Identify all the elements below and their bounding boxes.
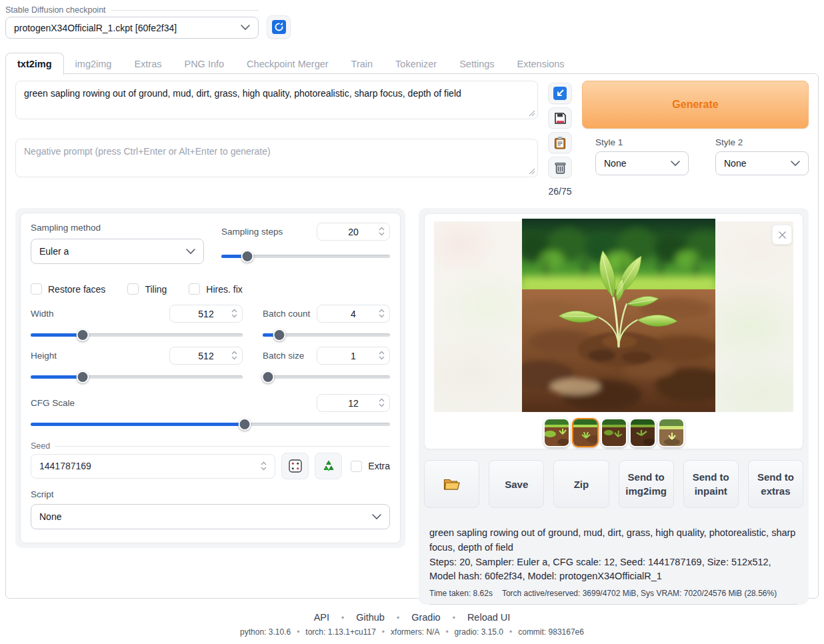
- tab-settings[interactable]: Settings: [448, 53, 505, 75]
- gallery-next-image[interactable]: [715, 221, 793, 412]
- chevron-down-icon: [791, 161, 800, 167]
- sampling-steps-slider[interactable]: [221, 250, 390, 263]
- width-slider[interactable]: [31, 329, 243, 341]
- footer-link-reload-ui[interactable]: Reload UI: [441, 612, 511, 623]
- gallery-thumb-selected[interactable]: [572, 418, 599, 447]
- tab-png-info[interactable]: PNG Info: [173, 53, 235, 75]
- spinner-arrows-icon[interactable]: [379, 308, 385, 319]
- footer-python-version: python: 3.10.6: [240, 627, 291, 637]
- seed-label: Seed: [31, 441, 390, 451]
- spinner-arrows-icon[interactable]: [379, 397, 385, 408]
- width-label: Width: [31, 309, 54, 319]
- close-gallery-button[interactable]: [772, 225, 792, 245]
- height-label: Height: [31, 351, 57, 361]
- slider-handle[interactable]: [273, 329, 285, 341]
- zip-button[interactable]: Zip: [553, 460, 609, 508]
- resize-grip-icon[interactable]: [529, 110, 535, 117]
- style2-value: None: [724, 158, 746, 169]
- send-to-inpaint-button[interactable]: Send to inpaint: [683, 460, 739, 508]
- prompt-input[interactable]: green sapling rowing out of ground, mud,…: [15, 81, 538, 119]
- style1-dropdown[interactable]: None: [595, 151, 689, 175]
- restore-faces-checkbox[interactable]: Restore faces: [31, 283, 105, 295]
- hires-fix-label: Hires. fix: [206, 284, 242, 295]
- gallery-thumb[interactable]: [629, 418, 656, 447]
- footer: API Github Gradio Reload UI python: 3.10…: [0, 612, 824, 637]
- footer-torch-version: torch: 1.13.1+cu117: [291, 627, 376, 637]
- slider-handle[interactable]: [76, 371, 89, 383]
- batch-count-slider[interactable]: [263, 329, 390, 341]
- batch-size-slider[interactable]: [263, 371, 390, 383]
- footer-gradio-version: gradio: 3.15.0: [439, 627, 503, 637]
- tab-extensions[interactable]: Extensions: [506, 53, 576, 75]
- script-dropdown[interactable]: None: [31, 504, 390, 529]
- footer-xformers-version: xformers: N/A: [376, 627, 440, 637]
- footer-versions: python: 3.10.6 torch: 1.13.1+cu117 xform…: [0, 627, 824, 637]
- tab-train[interactable]: Train: [340, 53, 385, 75]
- batch-count-value: 4: [351, 309, 356, 319]
- info-params: Steps: 20, Sampler: Euler a, CFG scale: …: [429, 555, 798, 585]
- random-seed-button[interactable]: [281, 453, 309, 479]
- spinner-arrows-icon[interactable]: [231, 350, 237, 361]
- send-to-img2img-button[interactable]: Send to img2img: [619, 460, 674, 508]
- slider-handle[interactable]: [261, 371, 274, 383]
- output-panel: Save Zip Send to img2img Send to inpaint…: [419, 208, 809, 605]
- checkpoint-label: Stable Diffusion checkpoint: [5, 5, 259, 15]
- send-to-extras-button[interactable]: Send to extras: [748, 460, 803, 508]
- style2-dropdown[interactable]: None: [715, 151, 809, 175]
- seed-input[interactable]: 1441787169: [31, 454, 275, 479]
- chevron-down-icon: [186, 249, 195, 255]
- apply-style-button[interactable]: [548, 132, 572, 153]
- tab-extras[interactable]: Extras: [123, 53, 173, 75]
- sampling-method-value: Euler a: [39, 246, 69, 257]
- trash-icon: [555, 161, 566, 174]
- slider-handle[interactable]: [238, 418, 251, 431]
- batch-count-input[interactable]: 4: [317, 305, 390, 323]
- sampling-steps-value: 20: [348, 227, 359, 237]
- paste-params-button[interactable]: [548, 83, 572, 104]
- tab-img2img[interactable]: img2img: [64, 53, 123, 75]
- resize-grip-icon[interactable]: [529, 168, 535, 175]
- sampling-method-dropdown[interactable]: Euler a: [31, 239, 204, 264]
- save-style-button[interactable]: [548, 107, 572, 129]
- generated-image[interactable]: [522, 219, 715, 412]
- clear-prompt-button[interactable]: [548, 157, 572, 178]
- tiling-checkbox[interactable]: Tiling: [127, 283, 167, 295]
- checkpoint-dropdown[interactable]: protogenX34OfficialR_1.ckpt [60fe2f34]: [5, 17, 259, 39]
- tab-txt2img[interactable]: txt2img: [5, 53, 64, 75]
- cfg-scale-slider[interactable]: [31, 418, 390, 431]
- slider-handle[interactable]: [76, 329, 89, 341]
- spinner-arrows-icon[interactable]: [231, 308, 237, 319]
- reuse-seed-button[interactable]: [315, 453, 342, 479]
- gallery-thumb[interactable]: [658, 418, 685, 447]
- cfg-scale-value: 12: [348, 398, 359, 409]
- open-folder-button[interactable]: [424, 460, 479, 508]
- negative-prompt-input[interactable]: [15, 139, 538, 177]
- height-input[interactable]: 512: [169, 347, 243, 365]
- spinner-arrows-icon[interactable]: [379, 226, 385, 237]
- slider-handle[interactable]: [241, 250, 254, 263]
- height-value: 512: [198, 351, 213, 361]
- style1-value: None: [604, 158, 626, 169]
- main-tabs: txt2img img2img Extras PNG Info Checkpoi…: [5, 53, 576, 75]
- footer-link-api[interactable]: API: [314, 612, 329, 623]
- sampling-steps-input[interactable]: 20: [317, 223, 390, 241]
- gallery-thumb[interactable]: [601, 418, 627, 447]
- save-button[interactable]: Save: [489, 460, 544, 508]
- tab-checkpoint-merger[interactable]: Checkpoint Merger: [235, 53, 340, 75]
- gallery-thumb[interactable]: [543, 418, 570, 447]
- width-input[interactable]: 512: [169, 305, 243, 323]
- footer-link-github[interactable]: Github: [329, 612, 385, 623]
- spinner-arrows-icon[interactable]: [379, 350, 385, 361]
- footer-link-gradio[interactable]: Gradio: [385, 612, 441, 623]
- hires-fix-checkbox[interactable]: Hires. fix: [189, 283, 242, 295]
- spinner-arrows-icon[interactable]: [261, 461, 267, 471]
- dice-icon: [289, 459, 302, 473]
- generate-button[interactable]: Generate: [582, 81, 809, 129]
- batch-size-input[interactable]: 1: [317, 347, 390, 365]
- height-slider[interactable]: [31, 371, 243, 383]
- refresh-checkpoints-button[interactable]: [267, 15, 291, 39]
- cfg-scale-input[interactable]: 12: [317, 394, 390, 412]
- gallery-prev-image[interactable]: [434, 221, 522, 412]
- tab-tokenizer[interactable]: Tokenizer: [384, 53, 448, 75]
- extra-seed-checkbox[interactable]: Extra: [351, 461, 390, 472]
